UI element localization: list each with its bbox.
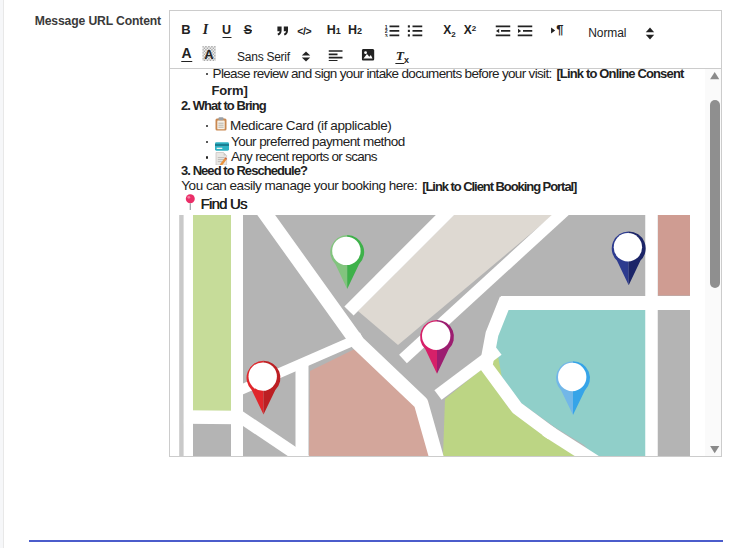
svg-text:A: A — [205, 47, 215, 62]
svg-text:3: 3 — [385, 32, 388, 36]
